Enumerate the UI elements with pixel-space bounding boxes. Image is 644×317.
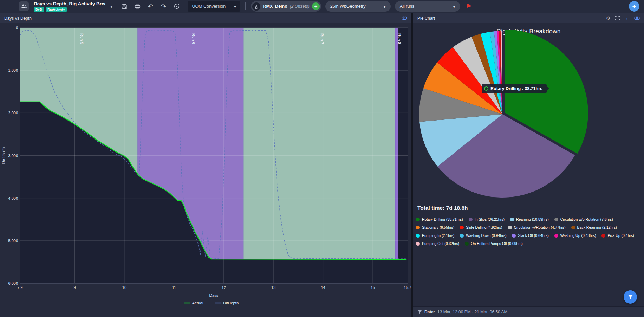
tooltip-text: Rotary Drilling : 38.71hrs	[490, 86, 542, 91]
x-tick-label: 9	[73, 285, 76, 290]
runs-dropdown[interactable]: All runs ▾	[395, 1, 460, 12]
tag-rigactivity: RigActivity	[46, 7, 67, 12]
legend-label: Circulation w/Rotation (4.77hrs)	[514, 225, 566, 229]
legend-dot	[460, 226, 464, 229]
wellbore-geometry-dropdown[interactable]: 26in WbGeometry ▾	[325, 1, 391, 12]
well-name: RMX_Demo	[263, 4, 287, 9]
x-tick-label: 14	[321, 285, 325, 290]
rig-activity-pie[interactable]	[413, 27, 644, 210]
days-vs-depth-panel: Days vs Depth Run 5Run 6Run 7Run 801,000…	[0, 13, 411, 317]
legend-dot	[571, 226, 575, 229]
legend-label: Pumping Out (0.32hrs)	[422, 241, 459, 246]
well-offsets: (2 Offsets)	[290, 4, 310, 9]
save-button[interactable]	[121, 4, 127, 9]
legend-dot	[416, 234, 420, 238]
pie-legend-item[interactable]: Rotary Drilling (38.71hrs)	[416, 217, 463, 221]
total-time-label: Total time: 7d 18.8h	[417, 205, 468, 211]
pie-legend-item[interactable]: Pumping In (2.1hrs)	[416, 233, 454, 238]
workspace: Days vs Depth Run 5Run 6Run 7Run 801,000…	[0, 13, 644, 317]
link-icon[interactable]	[402, 16, 407, 20]
flag-button[interactable]: ⚑	[466, 2, 471, 10]
uom-conversion-label: UOM Conversion	[192, 4, 226, 9]
y-axis-title: Depth (ft)	[1, 147, 6, 164]
filter-fab-button[interactable]	[624, 290, 637, 304]
pie-legend-item[interactable]: Pick Up (0.4hrs)	[601, 233, 634, 238]
refresh-target-button[interactable]	[174, 3, 180, 9]
pie-legend-item[interactable]: In Slips (36.21hrs)	[469, 217, 505, 221]
tooltip-series-marker	[484, 86, 488, 91]
y-tick-label: 0	[16, 26, 18, 30]
date-filter-bar: Date: 13 Mar, 12:00 PM - 21 Mar, 06:50 A…	[413, 306, 644, 317]
y-tick-label: 5,000	[8, 239, 18, 243]
run-region	[243, 28, 395, 259]
redo-button[interactable]: ↷	[161, 4, 166, 9]
y-tick-label: 4,000	[8, 196, 18, 200]
y-tick-label: 6,000	[8, 281, 18, 285]
undo-button[interactable]: ↶	[148, 4, 154, 9]
x-tick-label: 13	[271, 285, 275, 290]
run-label: Run 8	[397, 33, 402, 44]
dashboard-dropdown-chevron-icon[interactable]: ▾	[110, 4, 113, 9]
rig-icon	[252, 2, 260, 11]
dashboard-title: Days vs Depth, Rig Activity Brea...	[34, 1, 105, 6]
dashboard-titlebox: Days vs Depth, Rig Activity Brea... DvD …	[34, 1, 105, 12]
wellbore-geometry-value: 26in WbGeometry	[330, 4, 366, 9]
run-label: Run 5	[80, 33, 84, 44]
pie-legend-item[interactable]: Slide Drilling (4.92hrs)	[460, 225, 502, 229]
add-panel-button[interactable]: +	[629, 1, 639, 12]
days-vs-depth-chart[interactable]: Run 5Run 6Run 7Run 801,0002,0003,0004,00…	[0, 23, 411, 317]
pie-legend-item[interactable]: Reaming (10.89hrs)	[510, 217, 549, 221]
x-tick-label: 12	[222, 285, 226, 290]
pie-legend-item[interactable]: Slack Off (0.64hrs)	[512, 233, 548, 238]
x-tick-label: 10	[122, 285, 126, 290]
tag-dvd: DvD	[34, 7, 44, 12]
days-vs-depth-title: Days vs Depth	[4, 16, 32, 21]
x-tick-label: 15.7	[404, 285, 411, 290]
people-icon	[21, 4, 27, 9]
pie-legend-item[interactable]: Pumping Out (0.32hrs)	[416, 241, 459, 246]
legend-label: Slack Off (0.64hrs)	[518, 233, 548, 238]
days-vs-depth-header: Days vs Depth	[0, 13, 411, 23]
legend-dot	[601, 234, 605, 238]
legend-label: Washing Up (0.43hrs)	[560, 233, 596, 238]
chevron-down-icon: ▾	[453, 4, 455, 9]
days-vs-depth-svg: Run 5Run 6Run 7Run 801,0002,0003,0004,00…	[0, 23, 411, 317]
x-tick-label: 11	[172, 285, 176, 290]
series-legend-label[interactable]: BitDepth	[223, 301, 239, 305]
expand-icon[interactable]	[615, 16, 620, 20]
pie-legend-item[interactable]: Washing Down (0.94hrs)	[460, 233, 506, 238]
print-icon	[135, 4, 141, 9]
pie-legend-item[interactable]: Circulation w/o Rotation (7.6hrs)	[554, 217, 613, 221]
print-button[interactable]	[135, 4, 141, 9]
legend-dot	[416, 242, 420, 246]
gear-icon[interactable]: ⚙	[606, 15, 610, 21]
run-label: Run 6	[191, 33, 196, 44]
uom-conversion-dropdown[interactable]: UOM Conversion ▾	[188, 1, 240, 12]
pie-chart-panel: Pie Chart ⚙ ⋮ Rig Activity Breakdown Rot…	[413, 13, 644, 317]
legend-dot	[554, 234, 558, 238]
legend-dot	[416, 218, 420, 221]
users-button[interactable]	[19, 1, 29, 11]
pie-legend-item[interactable]: Back Reaming (2.12hrs)	[571, 225, 617, 229]
kebab-menu-icon[interactable]: ⋮	[625, 15, 629, 21]
pie-legend-item[interactable]: Circulation w/Rotation (4.77hrs)	[508, 225, 566, 229]
legend-label: Pumping In (2.1hrs)	[422, 233, 454, 238]
link-icon[interactable]	[634, 16, 640, 20]
legend-dot	[554, 218, 558, 221]
add-offset-button[interactable]: +	[312, 2, 320, 10]
pie-legend-item[interactable]: On Bottom Pumps Off (0.09hrs)	[465, 241, 522, 246]
well-selector[interactable]: RMX_Demo (2 Offsets) +	[251, 1, 321, 12]
series-legend-label[interactable]: Actual	[192, 301, 203, 305]
x-tick-label: 7.9	[17, 285, 22, 290]
legend-dot	[465, 242, 469, 246]
pie-legend-item[interactable]: Washing Up (0.43hrs)	[554, 233, 596, 238]
top-toolbar: Days vs Depth, Rig Activity Brea... DvD …	[0, 0, 644, 13]
funnel-icon	[627, 294, 633, 300]
pie-legend-item[interactable]: Stationary (6.55hrs)	[416, 225, 454, 229]
x-tick-label: 15	[371, 285, 375, 290]
legend-dot	[512, 234, 516, 238]
y-tick-label: 1,000	[8, 68, 18, 72]
legend-dot	[469, 218, 473, 221]
legend-label: Rotary Drilling (38.71hrs)	[422, 217, 463, 221]
toolbar-divider	[245, 2, 246, 10]
